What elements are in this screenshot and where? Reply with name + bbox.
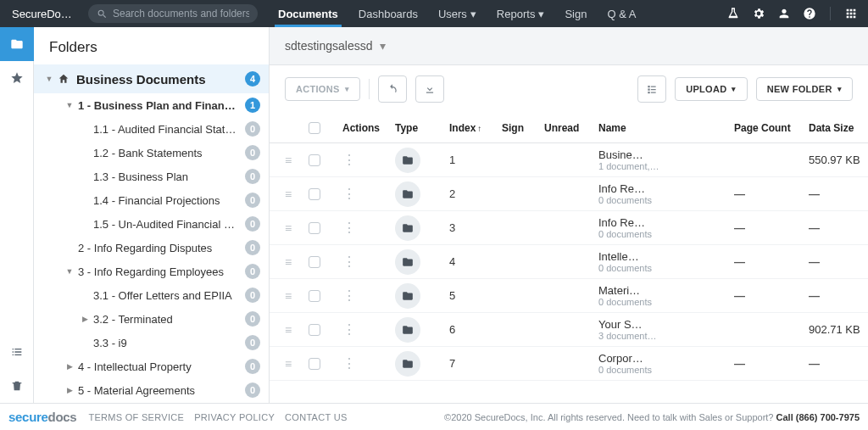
footer-call[interactable]: Call (866) 700-7975	[776, 412, 860, 422]
drag-handle-icon[interactable]: ≡	[285, 187, 309, 201]
table-row[interactable]: ≡ ⋮ 5 Materi… 0 documents — — 04/24/2020	[270, 279, 868, 313]
col-sign[interactable]: Sign	[502, 122, 544, 134]
row-actions-menu[interactable]: ⋮	[342, 293, 395, 299]
caret-right-icon[interactable]: ▶	[80, 315, 90, 323]
tree-item[interactable]: ▶ 5 - Material Agreements 0	[34, 378, 269, 402]
upload-button[interactable]: UPLOAD▾	[675, 77, 748, 101]
col-name[interactable]: Name	[598, 122, 734, 134]
breadcrumb[interactable]: sdtestingsalessd▾	[285, 39, 386, 53]
row-checkbox[interactable]	[309, 188, 320, 200]
tree-item[interactable]: 3.1 - Offer Letters and EPIIA 0	[34, 283, 269, 307]
flask-icon[interactable]	[726, 7, 740, 20]
tree-item[interactable]: 1.3 - Business Plan 0	[34, 165, 269, 188]
actions-button[interactable]: ACTIONS▾	[285, 77, 360, 101]
col-type[interactable]: Type	[395, 122, 449, 134]
tree-item[interactable]: ▼ 3 - Info Regarding Employees 0	[34, 260, 269, 283]
row-index: 6	[449, 323, 502, 336]
tree-item[interactable]: 1.1 - Audited Financial Statem… 0	[34, 117, 269, 141]
tab-qa[interactable]: Q & A	[597, 0, 646, 27]
caret-right-icon[interactable]: ▶	[64, 362, 75, 371]
tree-item[interactable]: ▶ 4 - Intellectual Property 0	[34, 355, 269, 378]
col-data-size[interactable]: Data Size	[809, 122, 868, 134]
row-data-size: —	[809, 289, 868, 302]
row-page-count: —	[734, 221, 809, 234]
row-page-count: —	[734, 357, 809, 370]
row-checkbox[interactable]	[309, 222, 320, 234]
tree-item[interactable]: 1.5 - Un-Audited Financial Sta… 0	[34, 212, 269, 236]
drag-handle-icon[interactable]: ≡	[285, 221, 309, 235]
new-folder-button[interactable]: NEW FOLDER▾	[756, 77, 853, 101]
tab-users[interactable]: Users▾	[428, 0, 487, 27]
caret-down-icon[interactable]: ▼	[44, 75, 54, 83]
row-data-size: —	[809, 187, 868, 200]
row-checkbox[interactable]	[309, 256, 320, 268]
tree-item[interactable]: 1.4 - Financial Projections 0	[34, 188, 269, 212]
footer-contact[interactable]: CONTACT US	[285, 412, 348, 422]
rail-list[interactable]	[0, 335, 34, 369]
tab-reports[interactable]: Reports▾	[487, 0, 555, 27]
table-row[interactable]: ≡ ⋮ 7 Corpor… 0 documents — — 04/24/2020	[270, 347, 868, 381]
table-row[interactable]: ≡ ⋮ 4 Intelle… 0 documents — — 04/24/202…	[270, 245, 868, 279]
row-actions-menu[interactable]: ⋮	[342, 191, 395, 198]
row-actions-menu[interactable]: ⋮	[342, 327, 395, 333]
tree-root[interactable]: ▼ Business Documents 4	[34, 64, 269, 93]
list-icon	[10, 345, 24, 359]
row-actions-menu[interactable]: ⋮	[342, 157, 395, 164]
view-toggle-button[interactable]	[637, 75, 666, 103]
row-checkbox[interactable]	[309, 290, 320, 302]
row-checkbox[interactable]	[309, 358, 320, 370]
row-checkbox[interactable]	[309, 324, 320, 336]
folder-type-icon	[395, 181, 420, 207]
footer-tos[interactable]: TERMS OF SERVICE	[88, 412, 184, 422]
tab-documents[interactable]: Documents	[268, 0, 348, 27]
tab-dashboards[interactable]: Dashboards	[348, 0, 428, 27]
col-page-count[interactable]: Page Count	[734, 122, 809, 134]
col-index[interactable]: Index↑	[449, 122, 502, 134]
caret-down-icon[interactable]: ▼	[64, 101, 75, 109]
tree-item[interactable]: 6 - Your SecureDocs Trial 3	[34, 402, 269, 403]
search-wrap[interactable]	[88, 4, 258, 23]
col-actions[interactable]: Actions	[342, 122, 395, 134]
tree-item[interactable]: ▶ 3.2 - Terminated 0	[34, 307, 269, 331]
rail-folders[interactable]	[0, 27, 34, 61]
caret-right-icon[interactable]: ▶	[64, 386, 75, 394]
caret-down-icon[interactable]: ▼	[64, 267, 75, 276]
undo-button[interactable]	[378, 75, 407, 103]
tree-item[interactable]: ▼ 1 - Business Plan and Financials 1	[34, 93, 269, 117]
row-name: Info Re… 0 documents	[598, 216, 734, 239]
rail-trash[interactable]	[0, 369, 34, 403]
person-icon[interactable]	[777, 7, 791, 20]
row-checkbox[interactable]	[309, 154, 320, 166]
row-name: Corpor… 0 documents	[598, 352, 734, 375]
row-index: 4	[449, 255, 502, 268]
gear-icon[interactable]	[752, 7, 765, 20]
drag-handle-icon[interactable]: ≡	[285, 357, 309, 371]
download-button[interactable]	[415, 75, 444, 103]
folder-type-icon	[395, 148, 420, 173]
drag-handle-icon[interactable]: ≡	[285, 154, 309, 167]
drag-handle-icon[interactable]: ≡	[285, 323, 309, 337]
table-row[interactable]: ≡ ⋮ 3 Info Re… 0 documents — — 04/24/202…	[270, 211, 868, 245]
search-input[interactable]	[113, 8, 249, 20]
apps-grid-icon[interactable]	[844, 7, 858, 20]
tree-item[interactable]: 1.2 - Bank Statements 0	[34, 141, 269, 165]
table-row[interactable]: ≡ ⋮ 2 Info Re… 0 documents — — 04/24/202…	[270, 177, 868, 211]
drag-handle-icon[interactable]: ≡	[285, 255, 309, 269]
row-actions-menu[interactable]: ⋮	[342, 259, 395, 265]
row-actions-menu[interactable]: ⋮	[342, 225, 395, 232]
rail-favorites[interactable]	[0, 61, 34, 95]
table-row[interactable]: ≡ ⋮ 6 Your S… 3 document… 902.71 KB 04/2…	[270, 313, 868, 347]
row-actions-menu[interactable]: ⋮	[342, 360, 395, 367]
row-page-count: —	[734, 255, 809, 268]
table-row[interactable]: ≡ ⋮ 1 Busine… 1 document,… 550.97 KB 04/…	[270, 143, 868, 177]
drag-handle-icon[interactable]: ≡	[285, 289, 309, 303]
tree-item-count: 0	[245, 169, 260, 184]
col-unread[interactable]: Unread	[544, 122, 598, 134]
tab-sign[interactable]: Sign	[554, 0, 597, 27]
tree-item[interactable]: 2 - Info Regarding Disputes 0	[34, 236, 269, 260]
footer-privacy[interactable]: PRIVACY POLICY	[194, 412, 275, 422]
row-data-size: —	[809, 221, 868, 234]
select-all-checkbox[interactable]	[309, 122, 320, 134]
tree-item[interactable]: 3.3 - i9 0	[34, 331, 269, 355]
help-icon[interactable]	[803, 7, 816, 20]
